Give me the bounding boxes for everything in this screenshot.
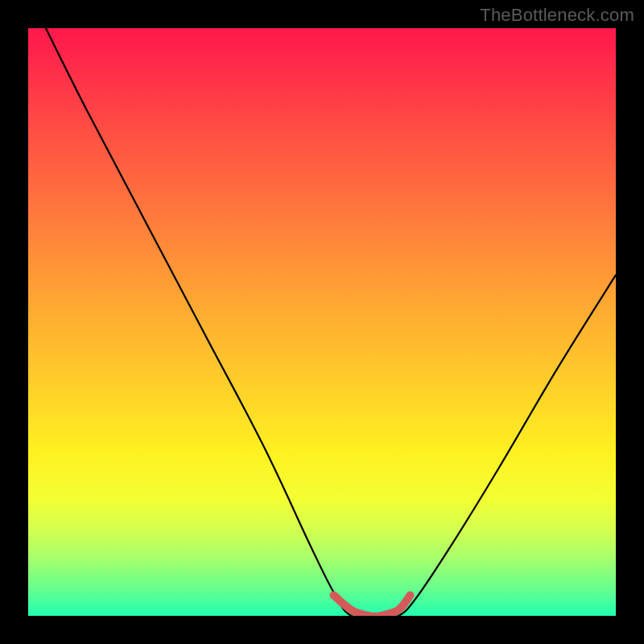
- chart-frame: TheBottleneck.com: [0, 0, 644, 644]
- chart-svg: [28, 28, 616, 616]
- bottleneck-curve: [46, 28, 616, 616]
- plot-area: [28, 28, 616, 616]
- optimal-range-highlight: [334, 595, 411, 616]
- watermark-text: TheBottleneck.com: [480, 5, 634, 26]
